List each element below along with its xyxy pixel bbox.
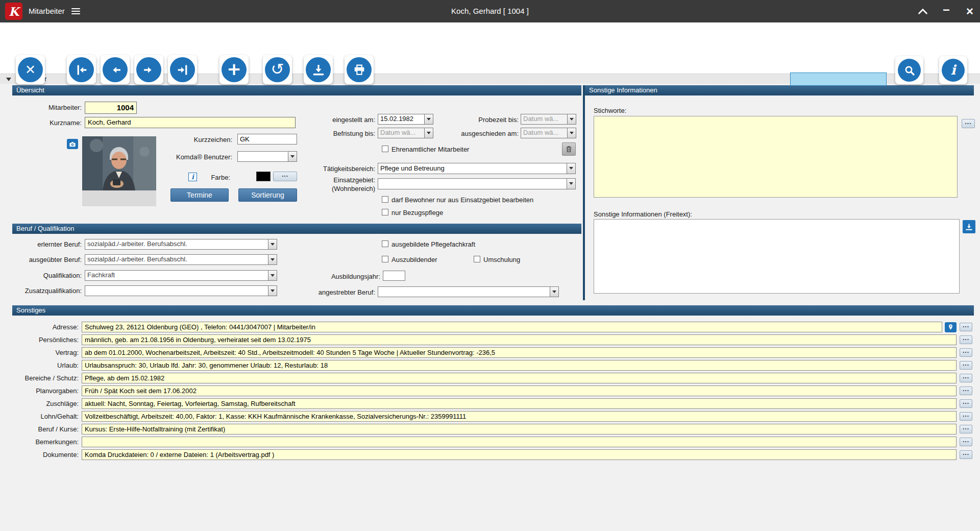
einsatzgebiet-sublabel: (Wohnbereich) bbox=[293, 185, 375, 193]
ellipsis-button[interactable]: ... bbox=[960, 399, 972, 408]
urlaub-field[interactable]: Urlaubsanspruch: 30, Urlaub lfd. Jahr: 3… bbox=[82, 360, 957, 371]
search-button[interactable] bbox=[895, 56, 923, 84]
color-info-icon[interactable]: i bbox=[188, 173, 197, 181]
chevron-down-icon[interactable] bbox=[268, 239, 277, 249]
eingestellt-date-select[interactable]: 15.02.1982 bbox=[378, 114, 433, 125]
last-record-button[interactable] bbox=[168, 55, 197, 84]
einsatzgebiet-select[interactable] bbox=[378, 178, 576, 189]
next-record-button[interactable] bbox=[134, 55, 163, 84]
row-label: Bemerkungen: bbox=[0, 438, 82, 446]
triangle-down-icon[interactable] bbox=[6, 78, 11, 81]
close-window-button[interactable]: ✕ bbox=[964, 4, 976, 18]
bereiche-field[interactable]: Pflege, ab dem 15.02.1982 bbox=[82, 373, 957, 383]
ellipsis-button[interactable]: ... bbox=[960, 323, 972, 331]
previous-record-button[interactable] bbox=[101, 55, 130, 84]
farbe-label: Farbe: bbox=[202, 174, 230, 182]
print-button[interactable] bbox=[345, 55, 374, 84]
erlernter-beruf-select[interactable]: sozialpäd./-arbeiter. Berufsabschl. bbox=[85, 239, 277, 250]
ellipsis-button[interactable]: ... bbox=[960, 412, 972, 421]
freitext-textarea[interactable] bbox=[594, 219, 960, 294]
zusatzqualifikation-select[interactable] bbox=[85, 285, 277, 296]
einsatzgebiet-checkbox[interactable] bbox=[382, 196, 388, 203]
kurzzeichen-field[interactable]: GK bbox=[237, 134, 297, 144]
bemerkungen-field[interactable] bbox=[82, 437, 957, 447]
pflegefachkraft-checkbox[interactable] bbox=[382, 240, 388, 247]
zusatzqualifikation-label: Zusatzqualifikation: bbox=[12, 287, 82, 295]
ellipsis-button[interactable]: ... bbox=[960, 335, 972, 344]
planvorgaben-field[interactable]: Früh / Spät Koch seit dem 17.06.2002 bbox=[82, 385, 957, 396]
sortierung-button[interactable]: Sortierung bbox=[238, 188, 297, 202]
download-icon bbox=[311, 63, 326, 77]
stichworte-textarea[interactable] bbox=[594, 116, 958, 198]
chevron-down-icon[interactable] bbox=[567, 179, 575, 189]
download-icon bbox=[965, 223, 973, 231]
camera-button[interactable] bbox=[67, 139, 78, 149]
ellipsis-button[interactable]: ... bbox=[960, 361, 972, 370]
mitarbeiter-number-field[interactable]: 1004 bbox=[85, 102, 137, 114]
summary-rows: Adresse: Schulweg 23, 26121 Oldenburg (G… bbox=[0, 322, 980, 462]
map-pin-button[interactable] bbox=[945, 322, 957, 332]
uebersicht-header: Übersicht bbox=[12, 85, 581, 95]
row-label: Bereiche / Schutz: bbox=[0, 374, 82, 382]
rollup-window-button[interactable] bbox=[917, 4, 929, 18]
chevron-down-icon[interactable] bbox=[567, 163, 575, 174]
kurse-field[interactable]: Kursus: Erste-Hilfe-Notfalltraining (mit… bbox=[82, 424, 957, 435]
lohn-field[interactable]: Vollzeitbeschäftigt, Arbeitszeit: 40,00,… bbox=[82, 411, 957, 422]
info-button[interactable]: i bbox=[939, 56, 967, 84]
stichworte-ellipsis-button[interactable]: ... bbox=[962, 119, 975, 128]
freitext-download-button[interactable] bbox=[963, 220, 975, 233]
taetigkeitsbereich-select[interactable]: Pflege und Betreuung bbox=[378, 163, 576, 174]
chevron-down-icon[interactable] bbox=[424, 128, 433, 138]
umschulung-checkbox[interactable] bbox=[474, 256, 480, 262]
ausgeschieden-date-select[interactable]: Datum wä... bbox=[521, 128, 576, 138]
ellipsis-button[interactable]: ... bbox=[960, 438, 972, 446]
probezeit-date-select[interactable]: Datum wä... bbox=[521, 114, 576, 125]
minimize-button[interactable]: – bbox=[940, 4, 952, 18]
ausgeuebter-beruf-select[interactable]: sozialpäd./-arbeiter. Berufsabschl. bbox=[85, 254, 277, 265]
row-label: Beruf / Kurse: bbox=[0, 425, 82, 433]
bezugspflege-checkbox[interactable] bbox=[382, 209, 388, 215]
chevron-down-icon[interactable] bbox=[567, 114, 576, 124]
qualifikation-select[interactable]: Fachkraft bbox=[85, 270, 277, 281]
row-label: Lohn/Gehalt: bbox=[0, 413, 82, 420]
adresse-field[interactable]: Schulweg 23, 26121 Oldenburg (GEO) , Tel… bbox=[82, 322, 942, 332]
color-swatch[interactable] bbox=[256, 172, 271, 181]
ellipsis-button[interactable]: ... bbox=[960, 348, 972, 357]
first-record-button[interactable] bbox=[67, 55, 96, 84]
ehrenamt-checkbox[interactable] bbox=[382, 146, 388, 152]
angestrebter-beruf-select[interactable] bbox=[378, 286, 559, 297]
auszubildender-checkbox[interactable] bbox=[382, 256, 388, 262]
kurzname-field[interactable]: Koch, Gerhard bbox=[85, 117, 296, 128]
ellipsis-button[interactable]: ... bbox=[960, 387, 972, 395]
sonstiges-header: Sonstiges bbox=[12, 305, 974, 316]
auszubildender-checkbox-label: Auszubildender bbox=[391, 256, 437, 264]
first-record-icon bbox=[75, 63, 89, 77]
chevron-down-icon[interactable] bbox=[567, 128, 576, 138]
chevron-down-icon[interactable] bbox=[268, 271, 277, 280]
chevron-down-icon[interactable] bbox=[268, 255, 277, 264]
vertrag-field[interactable]: ab dem 01.01.2000, Wochenarbeitszeit, Ar… bbox=[82, 347, 957, 358]
ellipsis-button[interactable]: ... bbox=[960, 450, 972, 459]
undo-button[interactable]: ↺ bbox=[263, 55, 292, 84]
quick-search-input[interactable] bbox=[790, 73, 887, 86]
ausbildungsjahr-field[interactable] bbox=[383, 271, 405, 281]
add-record-button[interactable]: + bbox=[219, 55, 249, 84]
hamburger-menu-icon[interactable] bbox=[71, 8, 80, 16]
location-pin-icon bbox=[947, 323, 954, 331]
chevron-down-icon[interactable] bbox=[424, 114, 433, 124]
termine-button[interactable]: Termine bbox=[170, 188, 229, 202]
chevron-down-icon[interactable] bbox=[550, 287, 558, 297]
chevron-down-icon[interactable] bbox=[268, 286, 277, 296]
delete-button[interactable] bbox=[562, 142, 576, 156]
dokumente-field[interactable]: Komda Druckdateien: 0 / externe Dateien:… bbox=[82, 449, 957, 460]
ellipsis-button[interactable]: ... bbox=[960, 425, 972, 433]
befristung-date-select[interactable]: Datum wä... bbox=[378, 128, 433, 138]
zuschlaege-field[interactable]: aktuell: Nacht, Sonntag, Feiertag, Vorfe… bbox=[82, 398, 957, 409]
komda-benutzer-select[interactable] bbox=[237, 151, 297, 162]
app-logo-icon: K bbox=[5, 3, 22, 20]
ellipsis-button[interactable]: ... bbox=[960, 374, 972, 382]
chevron-down-icon[interactable] bbox=[288, 152, 297, 161]
save-button[interactable] bbox=[304, 55, 333, 84]
persoenliches-field[interactable]: männlich, geb. am 21.08.1956 in Oldenbur… bbox=[82, 334, 957, 345]
close-record-button[interactable]: ✕ bbox=[16, 55, 45, 84]
